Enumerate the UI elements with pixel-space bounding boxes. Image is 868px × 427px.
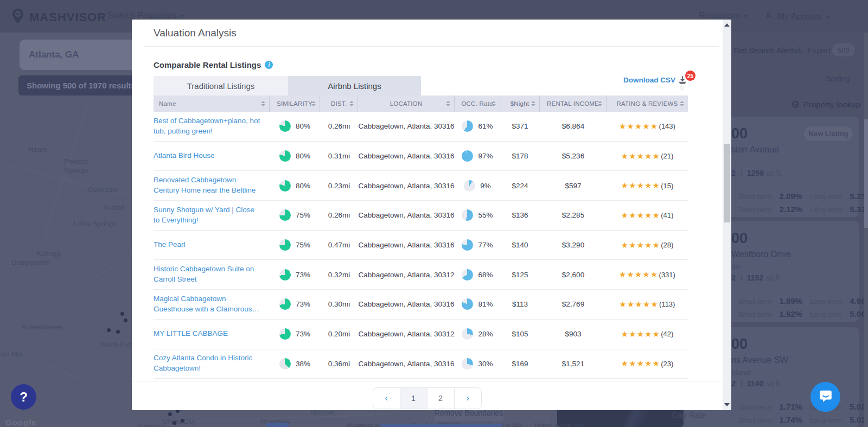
listing-name-link[interactable]: The Pearl — [154, 240, 186, 250]
similarity-value: 38% — [296, 360, 310, 368]
pagination-page-2[interactable]: 2 — [427, 387, 455, 409]
listing-name-link[interactable]: Renovated Cabbagetown Century Home near … — [154, 175, 262, 196]
metric-label: Long-term — [810, 297, 842, 305]
metric-value: 1.71% — [779, 402, 802, 411]
review-count: (15) — [661, 182, 673, 190]
distance-value: 0.20mi — [328, 330, 350, 338]
download-csv[interactable]: Download CSV 25 — [623, 75, 687, 84]
map-place-label: Kellogg — [37, 250, 60, 258]
valuation-analysis-modal: Valuation Analysis Comparable Rental Lis… — [132, 20, 731, 410]
mashvisor-logo[interactable]: MASHVISOR — [11, 8, 106, 27]
column-header-dist-[interactable]: DIST. — [320, 95, 358, 112]
column-header-location[interactable]: LOCATION — [358, 95, 455, 112]
sort-icon[interactable] — [598, 101, 602, 106]
property-lookup-toggle[interactable]: Property lookup — [803, 100, 860, 109]
listing-name-link[interactable]: MY LITTLE CABBAGE — [154, 329, 228, 339]
card-sqft-unit: sq.ft. — [766, 169, 782, 177]
star-rating-icons: ★★★★★ — [619, 122, 659, 131]
export-count-badge: 500 — [832, 43, 855, 56]
sort-icon[interactable] — [531, 101, 535, 106]
sorting-label[interactable]: Sorting — [826, 74, 850, 83]
star-rating-icons: ★★★★★ — [619, 270, 659, 279]
scrollbar-thumb[interactable] — [724, 144, 730, 222]
chevron-down-icon: ▾ — [744, 12, 747, 20]
tab-airbnb-listings[interactable]: Airbnb Listings — [288, 76, 421, 95]
table-row: The Pearl75%0.47miCabbagetown, Atlanta, … — [154, 231, 688, 260]
sort-icon[interactable] — [446, 101, 450, 106]
chat-launcher-button[interactable] — [810, 382, 840, 412]
metric-value: 1.74% — [779, 415, 802, 424]
download-sub-count: 0 — [680, 85, 684, 91]
card-address-fragment: ston Avenue — [731, 145, 779, 155]
person-icon — [764, 11, 774, 23]
occupancy-pie-icon — [462, 298, 473, 310]
listing-name-link[interactable]: Cozy Atlanta Condo in Historic Cabbageto… — [154, 353, 262, 374]
comparable-listings-table: Best of Cabbagetown+piano, hot tub, putt… — [154, 112, 688, 379]
divider — [741, 380, 742, 387]
column-header-rental-income[interactable]: RENTAL INCOME — [540, 95, 607, 112]
sidebar-scrollbar-thumb[interactable] — [864, 119, 868, 228]
rental-income-value: $5,236 — [562, 152, 584, 160]
column-header--night[interactable]: $Night — [500, 95, 540, 112]
map-place-label: Clarkdale — [88, 186, 118, 194]
card-beds-fragment: 2 — [731, 273, 736, 282]
sort-icon[interactable] — [311, 101, 316, 106]
similarity-value: 80% — [296, 182, 310, 190]
pagination-page-1[interactable]: 1 — [400, 387, 427, 409]
listing-name-link[interactable]: Sunny Shotgun w/ Yard | Close to Everyth… — [154, 205, 262, 226]
column-header-rating-reviews[interactable]: RATING & REVIEWS — [607, 95, 688, 112]
download-csv-link[interactable]: Download CSV — [623, 76, 675, 84]
pagination-next-button[interactable]: › — [454, 387, 482, 409]
review-count: (143) — [659, 122, 675, 130]
card-beds-fragment: 2 — [731, 379, 736, 388]
listing-name-link[interactable]: Atlanta Bird House — [154, 151, 215, 161]
sort-icon[interactable] — [492, 101, 496, 106]
map-attribution-item: Report a map error — [535, 422, 585, 427]
scroll-down-arrow-icon[interactable] — [724, 403, 730, 406]
location-value: Cabbagetown, Atlanta, 30312 — [358, 271, 454, 279]
card-sqft-value: 1152 — [747, 273, 765, 282]
column-label: RENTAL INCOME — [540, 100, 606, 107]
tab-traditional-listings[interactable]: Traditional Listings — [154, 76, 288, 95]
sort-icon[interactable] — [349, 101, 354, 106]
table-header: NameSIMILARITYDIST.LOCATIONOCC. Rate$Nig… — [154, 95, 688, 112]
occupancy-value: 28% — [478, 330, 493, 338]
night-price-value: $136 — [512, 211, 528, 219]
night-price-value: $178 — [512, 152, 528, 160]
info-icon[interactable]: i — [265, 61, 273, 69]
help-button[interactable]: ? — [11, 384, 36, 410]
location-value: Cabbagetown, Atlanta, 30316 — [358, 152, 454, 160]
pagination-prev-button[interactable]: ‹ — [373, 387, 400, 409]
occupancy-pie-icon — [462, 209, 473, 221]
get-search-alerts-link[interactable]: Get Search Alerts — [733, 46, 797, 55]
review-count: (113) — [659, 300, 675, 308]
occupancy-pie-icon — [462, 358, 473, 369]
listing-name-link[interactable]: Magical Cabbagetown Guesthouse with a Gl… — [154, 294, 262, 315]
divider — [741, 275, 742, 281]
occupancy-pie-icon — [462, 120, 473, 132]
column-header-occ-rate[interactable]: OCC. Rate — [455, 95, 500, 112]
map-place-label: Powder Springs — [64, 157, 88, 175]
review-count: (41) — [661, 211, 673, 219]
export-button[interactable]: Export — [807, 46, 831, 55]
column-header-name[interactable]: Name — [154, 95, 270, 112]
review-count: (21) — [661, 152, 673, 160]
modal-scrollbar[interactable] — [723, 20, 731, 410]
column-header-similarity[interactable]: SIMILARITY — [270, 95, 320, 112]
divider — [144, 46, 719, 47]
nav-my-account[interactable]: My Account▾ — [764, 11, 829, 23]
map-marker-dot — [120, 312, 124, 316]
brand-name: MASHVISOR — [29, 10, 106, 24]
location-value: Cabbagetown, Atlanta, 30316 — [358, 182, 454, 190]
sort-icon[interactable] — [680, 101, 684, 106]
similarity-pie-icon — [279, 269, 291, 281]
location-search-input[interactable]: Atlanta, GA — [20, 40, 150, 70]
distance-value: 0.26mi — [328, 211, 350, 219]
scroll-up-arrow-icon[interactable] — [724, 23, 730, 27]
listing-name-link[interactable]: Best of Cabbagetown+piano, hot tub, putt… — [154, 116, 262, 137]
sort-icon[interactable] — [261, 101, 265, 106]
sidebar-scrollbar[interactable] — [864, 33, 868, 427]
table-row: Cozy Atlanta Condo in Historic Cabbageto… — [154, 349, 688, 379]
map-place-label: Anneewakee — [21, 323, 62, 332]
listing-name-link[interactable]: Historic Cabbagetown Suite on Carroll St… — [154, 264, 262, 285]
